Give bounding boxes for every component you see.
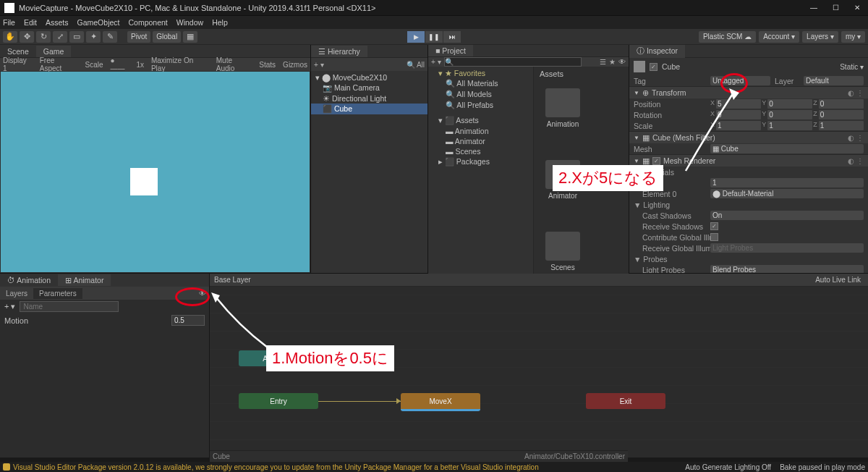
- folder-animation[interactable]: Animation: [541, 88, 584, 128]
- cast-shadows[interactable]: On: [710, 211, 864, 220]
- menu-file[interactable]: File: [3, 18, 15, 27]
- close-icon[interactable]: ✕: [851, 4, 864, 12]
- hierarchy-item-light[interactable]: ☀ Directional Light: [311, 93, 427, 104]
- node-exit[interactable]: Exit: [586, 393, 665, 409]
- tab-scene[interactable]: Scene: [0, 46, 36, 57]
- assets-scenes[interactable]: ▬ Scenes: [428, 146, 533, 156]
- pause-button[interactable]: ❚❚: [425, 31, 443, 43]
- menu-window[interactable]: Window: [176, 18, 203, 27]
- light-probes[interactable]: Blend Probes: [710, 265, 864, 273]
- menu-help[interactable]: Help: [212, 18, 228, 27]
- plastic-scm-button[interactable]: Plastic SCM ☁: [699, 31, 756, 43]
- active-checkbox[interactable]: ✓: [650, 63, 658, 71]
- state-machine-graph[interactable]: Any State Entry MoveX Exit: [210, 287, 868, 458]
- assets-animation[interactable]: ▬ Animation: [428, 126, 533, 136]
- favorites-group[interactable]: ▾ ★ Favorites: [428, 68, 533, 78]
- node-entry[interactable]: Entry: [239, 393, 318, 409]
- hand-tool-icon[interactable]: ✋: [3, 31, 17, 43]
- play-button[interactable]: ▶: [407, 31, 425, 43]
- project-grid[interactable]: Assets Animation Animator Scenes: [534, 67, 629, 279]
- scl-x[interactable]: 1: [716, 121, 761, 130]
- fav-all-models[interactable]: 🔍 All Models: [428, 89, 533, 100]
- gizmos-toggle[interactable]: Gizmos: [283, 61, 307, 69]
- game-view[interactable]: [1, 72, 310, 272]
- rect-tool-icon[interactable]: ▭: [69, 31, 84, 43]
- assets-group[interactable]: ▾ ⬛ Assets: [428, 115, 533, 126]
- mesh-field[interactable]: ▦ Cube: [710, 144, 864, 153]
- hierarchy-item-cube[interactable]: ⬛ Cube: [311, 104, 427, 114]
- menu-gameobject[interactable]: GameObject: [77, 18, 120, 27]
- rot-y[interactable]: 0: [767, 110, 812, 119]
- meshrenderer-header[interactable]: ▼▦ ✓ Mesh Renderer◐ ⋮: [629, 154, 868, 167]
- project-create[interactable]: + ▾: [431, 58, 441, 66]
- layers-tab[interactable]: Layers: [0, 288, 33, 299]
- menu-assets[interactable]: Assets: [46, 18, 69, 27]
- mute-toggle[interactable]: Mute Audio: [216, 56, 252, 72]
- scl-z[interactable]: 1: [819, 121, 864, 130]
- stats-toggle[interactable]: Stats: [259, 61, 276, 69]
- add-param-button[interactable]: + ▾: [4, 302, 15, 311]
- static-toggle[interactable]: Static ▾: [840, 63, 864, 71]
- minimize-icon[interactable]: —: [807, 4, 820, 12]
- tab-animator[interactable]: ⊞ Animator: [58, 274, 111, 286]
- param-value-input[interactable]: 0.5: [171, 315, 205, 326]
- auto-live-link[interactable]: Auto Live Link: [815, 276, 864, 284]
- eye-icon[interactable]: 👁: [199, 290, 206, 298]
- meshfilter-header[interactable]: ▼▦ Cube (Mesh Filter)◐ ⋮: [629, 131, 868, 143]
- rotate-tool-icon[interactable]: ↻: [36, 31, 51, 43]
- maximize-toggle[interactable]: Maximize On Play: [151, 56, 209, 72]
- materials-size[interactable]: 1: [710, 178, 864, 187]
- fav-all-prefabs[interactable]: 🔍 All Prefabs: [428, 100, 533, 111]
- step-button[interactable]: ⏭: [443, 31, 461, 43]
- account-dropdown[interactable]: Account ▾: [759, 31, 799, 43]
- scl-y[interactable]: 1: [767, 121, 812, 130]
- receive-shadows-check[interactable]: ✓: [710, 222, 718, 230]
- pos-z[interactable]: 0: [819, 99, 864, 109]
- maximize-icon[interactable]: ☐: [829, 4, 842, 12]
- project-filter-icon[interactable]: ☰: [600, 58, 606, 66]
- parameters-tab[interactable]: Parameters: [33, 288, 82, 299]
- fav-all-materials[interactable]: 🔍 All Materials: [428, 78, 533, 89]
- tab-inspector[interactable]: ⓘ Inspector: [629, 45, 685, 58]
- tab-game[interactable]: Game: [36, 46, 72, 57]
- custom-tool-icon[interactable]: ✎: [103, 31, 117, 43]
- rot-x[interactable]: 0: [716, 110, 761, 119]
- create-dropdown[interactable]: + ▾: [314, 61, 324, 69]
- menu-edit[interactable]: Edit: [24, 18, 37, 27]
- transform-header[interactable]: ▼⊕ Transform◐ ⋮: [629, 86, 868, 98]
- tab-project[interactable]: ■ Project: [428, 45, 473, 56]
- snap-grid-icon[interactable]: ▦: [183, 31, 197, 43]
- layers-dropdown[interactable]: Layers ▾: [802, 31, 838, 43]
- pos-x[interactable]: 5: [716, 99, 761, 109]
- console-status[interactable]: Visual Studio Editor Package version 2.0…: [0, 462, 868, 472]
- param-search[interactable]: [20, 301, 119, 312]
- material-element0[interactable]: ⬤ Default-Material: [710, 189, 864, 198]
- pivot-toggle[interactable]: Pivot: [127, 31, 150, 43]
- assets-animator[interactable]: ▬ Animator: [428, 136, 533, 146]
- scale-tool-icon[interactable]: ⤢: [53, 31, 67, 43]
- pos-y[interactable]: 0: [767, 99, 812, 109]
- global-toggle[interactable]: Global: [153, 31, 181, 43]
- param-motion[interactable]: Motion 0.5: [0, 313, 209, 327]
- layer-breadcrumb[interactable]: Base Layer: [214, 276, 251, 284]
- aspect-dropdown[interactable]: Free Aspect: [40, 56, 78, 72]
- folder-scenes[interactable]: Scenes: [541, 232, 584, 271]
- project-favorite-icon[interactable]: ★: [609, 58, 616, 66]
- contrib-gi-check[interactable]: [710, 233, 718, 241]
- rot-z[interactable]: 0: [819, 110, 864, 119]
- menu-component[interactable]: Component: [128, 18, 167, 27]
- object-name[interactable]: Cube: [662, 62, 680, 71]
- node-movex[interactable]: MoveX: [401, 393, 480, 411]
- scene-item[interactable]: ▾ ⬤ MoveCube2X10: [311, 72, 427, 83]
- display-dropdown[interactable]: Display 1: [3, 56, 33, 72]
- hierarchy-item-camera[interactable]: 📷 Main Camera: [311, 83, 427, 93]
- tab-animation[interactable]: ⏱ Animation: [0, 274, 58, 286]
- move-tool-icon[interactable]: ✥: [20, 31, 34, 43]
- transition-line[interactable]: [318, 401, 401, 402]
- layer-dropdown[interactable]: Default: [804, 76, 864, 85]
- packages-group[interactable]: ▸ ⬛ Packages: [428, 156, 533, 167]
- folder-animator[interactable]: Animator: [541, 160, 584, 200]
- transform-tool-icon[interactable]: ✦: [86, 31, 101, 43]
- project-hidden-icon[interactable]: 👁: [618, 58, 626, 66]
- tab-hierarchy[interactable]: ☰ Hierarchy: [311, 46, 367, 57]
